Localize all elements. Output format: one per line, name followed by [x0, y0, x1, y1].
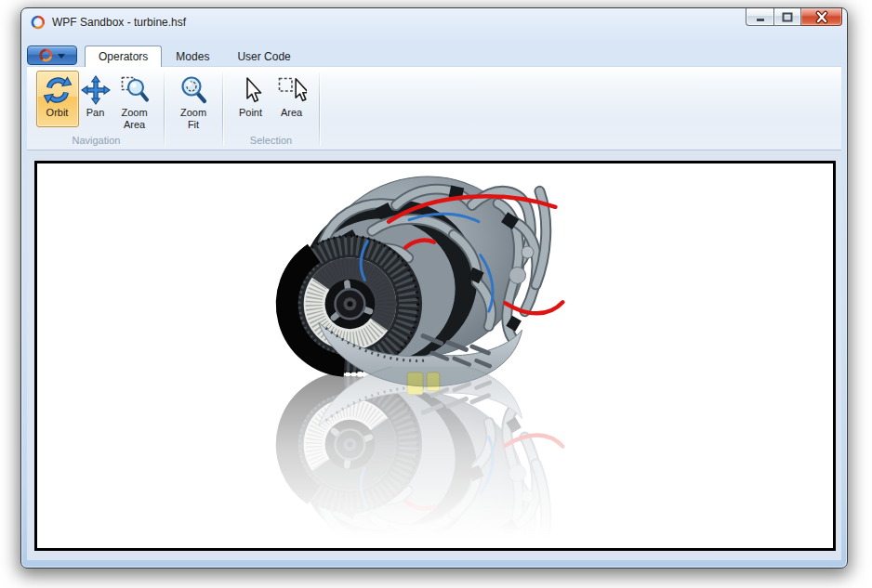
tab-user-code[interactable]: User Code: [223, 46, 304, 66]
zoom-fit-button[interactable]: Zoom Fit: [171, 71, 216, 133]
orbit-button-label: Orbit: [46, 107, 69, 119]
ribbon-group-separator: [164, 72, 165, 146]
app-window: WPF Sandbox - turbine.hsf: [20, 7, 848, 568]
minimize-button[interactable]: [746, 8, 773, 26]
zoom-area-icon: [120, 75, 150, 105]
tab-modes[interactable]: Modes: [162, 46, 223, 66]
ribbon: Orbit Pan: [27, 66, 841, 150]
point-select-button[interactable]: Point: [231, 71, 271, 127]
minimize-icon: [753, 10, 768, 24]
window-title: WPF Sandbox - turbine.hsf: [52, 16, 186, 29]
orbit-button[interactable]: Orbit: [36, 71, 79, 127]
ribbon-group-label-selection: Selection: [225, 134, 317, 150]
ribbon-group-label-navigation: Navigation: [31, 134, 162, 150]
ribbon-group-selection: Point Area Selection: [225, 71, 317, 150]
ribbon-group-label-empty: [166, 134, 220, 150]
zoom-fit-button-label: Zoom Fit: [174, 107, 213, 130]
area-select-button-label: Area: [281, 107, 302, 119]
zoom-area-button-label: Zoom Area: [115, 107, 154, 130]
turbine-model: [278, 163, 563, 386]
swirl-logo-icon: [39, 48, 53, 62]
ribbon-group-zoom-fit: Zoom Fit: [166, 71, 220, 150]
zoom-area-button[interactable]: Zoom Area: [112, 71, 157, 133]
ribbon-group-separator: [319, 72, 320, 146]
turbine-model-svg: [37, 163, 833, 548]
turbine-reflection: [278, 362, 563, 548]
area-select-button[interactable]: Area: [271, 71, 312, 127]
titlebar: WPF Sandbox - turbine.hsf: [21, 8, 847, 46]
zoom-fit-icon: [178, 75, 208, 105]
swirl-logo-icon: [31, 15, 46, 30]
caption-buttons: [746, 8, 842, 26]
ribbon-group-navigation: Orbit Pan: [31, 71, 162, 150]
tab-operators[interactable]: Operators: [85, 46, 162, 67]
pan-button[interactable]: Pan: [79, 71, 112, 127]
viewport-3d[interactable]: [34, 161, 836, 551]
point-select-button-label: Point: [239, 107, 262, 119]
maximize-icon: [780, 10, 795, 24]
application-menu-button[interactable]: [27, 46, 77, 65]
area-cursor-icon: [277, 75, 307, 105]
close-button[interactable]: [801, 8, 842, 26]
pan-icon: [81, 75, 111, 105]
maximize-button[interactable]: [773, 8, 801, 26]
ribbon-group-separator: [222, 72, 223, 146]
client-area: [27, 150, 841, 560]
ribbon-tab-row: Operators Modes User Code: [27, 46, 841, 66]
close-icon: [814, 10, 829, 24]
point-cursor-icon: [236, 75, 266, 105]
orbit-icon: [43, 75, 73, 105]
chevron-down-icon: [58, 54, 65, 59]
pan-button-label: Pan: [86, 107, 105, 119]
